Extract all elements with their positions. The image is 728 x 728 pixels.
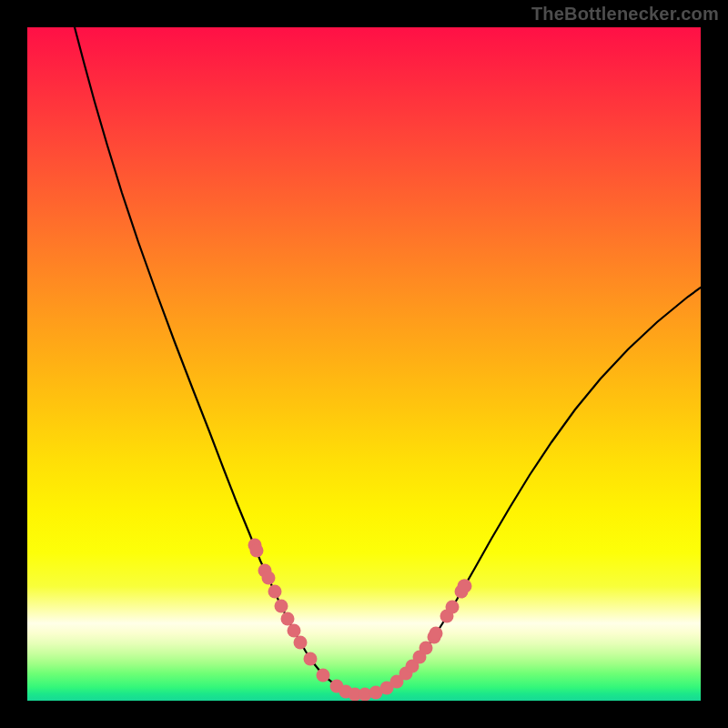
data-marker	[288, 624, 301, 638]
data-marker	[281, 612, 295, 626]
data-marker	[459, 580, 472, 593]
data-markers	[248, 539, 472, 702]
data-marker	[268, 585, 282, 599]
left-curve	[75, 27, 355, 694]
data-marker	[262, 571, 276, 585]
data-marker	[304, 652, 318, 666]
data-marker	[317, 669, 330, 682]
data-marker	[430, 627, 443, 641]
data-marker	[420, 642, 433, 655]
chart-svg	[27, 27, 701, 701]
plot-area	[27, 27, 701, 701]
data-marker	[275, 600, 288, 613]
chart-frame: TheBottlenecker.com	[0, 0, 728, 728]
right-curve	[355, 288, 701, 694]
data-marker	[250, 544, 264, 558]
data-marker	[446, 601, 460, 614]
data-marker	[294, 636, 308, 650]
watermark-text: TheBottlenecker.com	[531, 4, 719, 25]
